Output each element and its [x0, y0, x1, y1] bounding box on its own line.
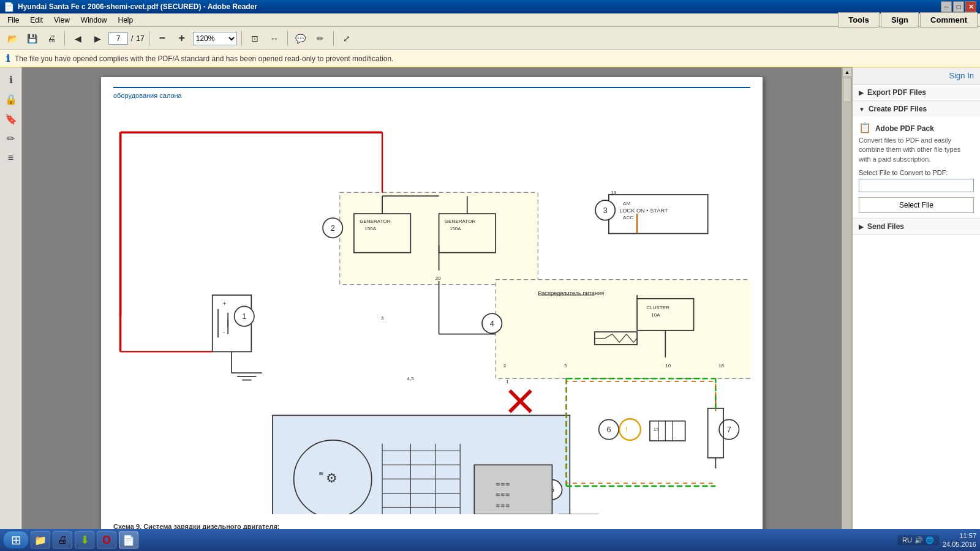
prev-page-button[interactable]: ◀: [69, 30, 86, 47]
send-section-header[interactable]: ▶ Send Files: [853, 219, 980, 234]
export-section-header[interactable]: ▶ Export PDF Files: [853, 84, 980, 100]
expand-button[interactable]: ⤢: [338, 30, 355, 47]
start-icon: ⊞: [11, 533, 21, 547]
page-nav: 7 / 17: [108, 32, 145, 45]
header-right-buttons: Tools Sign Comment: [838, 12, 978, 28]
scroll-track[interactable]: [842, 77, 851, 541]
svg-rect-77: [474, 465, 552, 514]
svg-text:13: 13: [611, 190, 616, 195]
svg-text:10A: 10A: [651, 312, 660, 318]
svg-text:3: 3: [381, 315, 384, 321]
create-arrow-icon: ▼: [859, 106, 865, 113]
svg-text:CLUSTER: CLUSTER: [646, 305, 669, 310]
page-total: 17: [136, 34, 144, 43]
sign-in-link[interactable]: Sign In: [853, 67, 980, 84]
taskbar-opera[interactable]: O: [97, 531, 116, 549]
close-button[interactable]: ✕: [965, 1, 976, 12]
menu-help[interactable]: Help: [113, 15, 138, 26]
taskbar-explorer[interactable]: 📁: [31, 531, 50, 549]
svg-text:GENERATOR: GENERATOR: [360, 219, 391, 224]
export-section: ▶ Export PDF Files: [853, 84, 980, 101]
app-icon: 📄: [4, 2, 14, 12]
export-arrow-icon: ▶: [859, 89, 864, 96]
menu-window[interactable]: Window: [76, 15, 112, 26]
svg-rect-37: [496, 280, 750, 379]
content-area[interactable]: оборудования салона + -: [22, 67, 842, 551]
page-separator: /: [129, 34, 135, 43]
send-section: ▶ Send Files: [853, 219, 980, 235]
scroll-thumb[interactable]: [843, 78, 851, 102]
svg-text:⚙: ⚙: [326, 471, 337, 485]
network-icon: 🌐: [925, 536, 934, 544]
create-section-content: 📋 Adobe PDF Pack Convert files to PDF an…: [853, 117, 980, 218]
svg-text:15: 15: [654, 427, 659, 432]
svg-text:10: 10: [665, 363, 671, 369]
info-message: The file you have opened complies with t…: [15, 54, 393, 63]
svg-text:4: 4: [490, 319, 494, 328]
sidebar-layers-icon[interactable]: ≡: [2, 149, 20, 167]
export-label: Export PDF Files: [867, 88, 926, 97]
diagram-container: + - 1 2: [113, 104, 750, 514]
taskbar-right: RU 🔊 🌐 11:57 24.05.2016: [897, 531, 976, 549]
svg-text:+: +: [223, 301, 226, 307]
taskbar-torrent[interactable]: ⬇: [75, 531, 94, 549]
next-page-button[interactable]: ▶: [89, 30, 106, 47]
sidebar-lock-icon[interactable]: 🔒: [2, 91, 20, 108]
svg-text:6: 6: [606, 425, 611, 434]
separator-2: [149, 31, 149, 46]
sidebar-pen-icon[interactable]: ✏: [2, 130, 20, 147]
zoom-out-button[interactable]: −: [154, 30, 171, 47]
svg-text:3: 3: [603, 206, 608, 215]
minimize-button[interactable]: ─: [941, 1, 952, 12]
svg-point-91: [619, 419, 641, 440]
scroll-up-button[interactable]: ▲: [842, 67, 852, 77]
comment-button[interactable]: Comment: [920, 12, 978, 28]
page-number-input[interactable]: 7: [108, 32, 128, 45]
zoom-select[interactable]: 120% 100% 75% 150%: [193, 32, 237, 45]
file-path-input[interactable]: [859, 179, 974, 192]
svg-text:≋: ≋: [318, 470, 323, 477]
send-label: Send Files: [867, 222, 904, 231]
titlebar-left: 📄 Hyundai Santa Fe c 2006-shemi-cvet.pdf…: [4, 2, 257, 12]
info-icon: ℹ: [6, 53, 10, 64]
toolbar: 📂 💾 🖨 ◀ ▶ 7 / 17 − + 120% 100% 75% 150% …: [0, 27, 980, 50]
svg-text:AM: AM: [623, 201, 630, 206]
menu-view[interactable]: View: [49, 15, 75, 26]
sidebar-bookmark-icon[interactable]: 🔖: [2, 110, 20, 127]
svg-text:LOCK  ON • START: LOCK ON • START: [619, 208, 668, 214]
taskbar-acrobat[interactable]: 📄: [119, 531, 138, 549]
main-layout: ℹ 🔒 🔖 ✏ ≡ оборудования салона: [0, 67, 980, 551]
sign-button[interactable]: Sign: [881, 12, 919, 28]
create-section-header[interactable]: ▼ Create PDF Files: [853, 101, 980, 117]
comment-icon-button[interactable]: 💬: [292, 30, 309, 47]
sidebar-info-icon[interactable]: ℹ: [2, 71, 20, 88]
fit-width-button[interactable]: ↔: [266, 30, 283, 47]
taskbar: ⊞ 📁 🖨 ⬇ O 📄 RU 🔊 🌐 11:57 24.05.2016: [0, 529, 980, 551]
maximize-button[interactable]: □: [953, 1, 964, 12]
start-button[interactable]: ⊞: [4, 531, 28, 549]
sys-tray: RU 🔊 🌐: [897, 535, 939, 545]
titlebar: 📄 Hyundai Santa Fe c 2006-shemi-cvet.pdf…: [0, 0, 980, 13]
svg-text:2: 2: [331, 223, 335, 233]
send-arrow-icon: ▶: [859, 223, 864, 230]
svg-text:≋≋≋: ≋≋≋: [496, 492, 510, 498]
open-button[interactable]: 📂: [4, 30, 21, 47]
svg-text:≋≋≋: ≋≋≋: [496, 503, 510, 509]
svg-text:20: 20: [435, 276, 441, 281]
product-icon: 📋: [859, 122, 871, 133]
separator-1: [64, 31, 65, 46]
print-button[interactable]: 🖨: [43, 30, 60, 47]
menu-edit[interactable]: Edit: [25, 15, 48, 26]
highlight-button[interactable]: ✏: [312, 30, 329, 47]
product-title: 📋 Adobe PDF Pack: [859, 122, 974, 133]
fit-page-button[interactable]: ⊡: [246, 30, 263, 47]
taskbar-hp[interactable]: 🖨: [53, 531, 72, 549]
save-button[interactable]: 💾: [23, 30, 40, 47]
tools-button[interactable]: Tools: [838, 12, 880, 28]
menu-file[interactable]: File: [2, 15, 24, 26]
zoom-in-button[interactable]: +: [173, 30, 190, 47]
select-file-button[interactable]: Select File: [859, 197, 974, 213]
svg-text:2: 2: [503, 363, 507, 369]
right-scrollbar[interactable]: ▲ ▼: [842, 67, 851, 551]
infobar: ℹ The file you have opened complies with…: [0, 50, 980, 67]
